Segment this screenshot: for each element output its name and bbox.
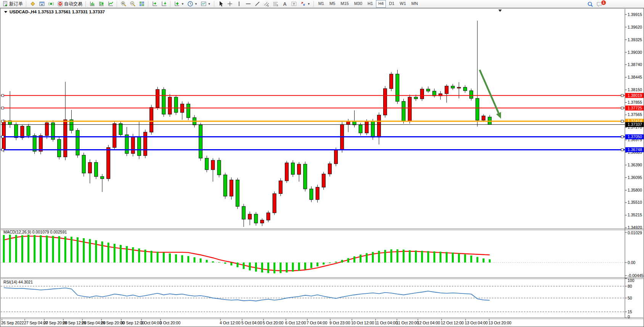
candle[interactable] — [88, 163, 92, 173]
templates-button[interactable]: ▼ — [199, 0, 212, 8]
candle[interactable] — [377, 115, 381, 137]
navigator-button[interactable] — [47, 0, 56, 8]
candle[interactable] — [211, 160, 215, 170]
candle[interactable] — [285, 163, 288, 181]
hline-support-1[interactable] — [1, 136, 625, 138]
candle[interactable] — [426, 89, 430, 91]
candle[interactable] — [267, 213, 270, 220]
candle[interactable] — [469, 91, 473, 98]
candle[interactable] — [131, 136, 135, 153]
candle[interactable] — [199, 125, 202, 158]
candle[interactable] — [82, 155, 85, 173]
equidistant-channel-button[interactable]: E — [262, 0, 271, 8]
candle[interactable] — [150, 107, 153, 132]
chart-area[interactable]: 1.399151.396201.393251.390301.387401.384… — [0, 8, 644, 327]
line-handle[interactable] — [2, 136, 4, 138]
zoom-in-button[interactable] — [119, 0, 128, 8]
candle[interactable] — [347, 121, 350, 124]
periods-button[interactable]: ▼ — [186, 0, 199, 8]
chart-window[interactable]: 1.399151.396201.393251.390301.387401.384… — [0, 8, 644, 327]
candle[interactable] — [94, 163, 98, 177]
candle[interactable] — [463, 87, 467, 91]
candle[interactable] — [260, 220, 264, 223]
line-handle[interactable] — [2, 107, 4, 109]
macd-panel[interactable]: MACD(12,26,9) 0.001079 0.0025910.010290.… — [1, 230, 644, 278]
candle[interactable] — [334, 150, 338, 164]
candle[interactable] — [273, 193, 276, 213]
candle[interactable] — [143, 132, 147, 156]
rsi-panel[interactable]: 1008050150RSI(14) 44.3021 — [1, 278, 634, 319]
candle[interactable] — [217, 160, 221, 175]
candle[interactable] — [408, 97, 411, 121]
candle[interactable] — [248, 214, 252, 219]
crosshair-button[interactable] — [225, 0, 234, 8]
candle[interactable] — [316, 187, 319, 200]
candle[interactable] — [162, 89, 165, 114]
candle[interactable] — [107, 148, 110, 179]
candle[interactable] — [322, 174, 325, 187]
fibonacci-button[interactable]: F — [271, 0, 280, 8]
candle[interactable] — [384, 89, 387, 115]
candle[interactable] — [402, 101, 405, 121]
candle[interactable] — [396, 74, 399, 101]
timeframe-w1-button[interactable]: W1 — [397, 0, 408, 8]
candle[interactable] — [242, 206, 246, 219]
candle[interactable] — [353, 121, 356, 125]
hline-pivot-orange[interactable] — [1, 120, 625, 122]
candle[interactable] — [125, 135, 128, 153]
hline-resistance-1[interactable] — [1, 94, 625, 97]
zoom-out-button[interactable] — [128, 0, 137, 8]
chart-shift-marker[interactable] — [498, 10, 502, 12]
candle[interactable] — [21, 126, 24, 138]
line-handle[interactable] — [621, 148, 623, 151]
candle[interactable] — [156, 89, 159, 107]
new-order-button[interactable]: 新订单 — [1, 0, 24, 8]
line-handle[interactable] — [621, 136, 623, 138]
text-label-button[interactable]: T — [289, 0, 299, 8]
candle[interactable] — [304, 164, 307, 189]
candle[interactable] — [390, 74, 393, 89]
candle[interactable] — [14, 124, 18, 138]
market-watch-button[interactable] — [28, 0, 37, 8]
candle[interactable] — [27, 126, 30, 136]
chevron-down-icon[interactable]: ▼ — [307, 2, 310, 6]
candle[interactable] — [291, 163, 295, 174]
candle[interactable] — [457, 87, 461, 88]
arrows-button[interactable]: ▼ — [299, 0, 312, 8]
candle[interactable] — [482, 116, 485, 120]
candle[interactable] — [137, 136, 141, 155]
line-handle[interactable] — [2, 120, 4, 122]
timeframe-mn-button[interactable]: MN — [409, 0, 420, 8]
candle[interactable] — [230, 180, 233, 197]
candle[interactable] — [33, 135, 36, 151]
search-button[interactable] — [586, 0, 595, 8]
hline-resistance-2[interactable] — [1, 107, 625, 109]
chat-button[interactable]: 1 — [595, 0, 610, 8]
chevron-down-icon[interactable]: ▼ — [181, 2, 184, 6]
timeframe-m15-button[interactable]: M15 — [338, 0, 351, 8]
cursor-button[interactable] — [216, 0, 225, 8]
timeframe-d1-button[interactable]: D1 — [387, 0, 397, 8]
line-handle[interactable] — [2, 94, 4, 97]
candle[interactable] — [2, 121, 6, 150]
chart-bars-button[interactable] — [88, 0, 97, 8]
data-window-button[interactable] — [37, 0, 47, 8]
auto-scroll-button[interactable] — [150, 0, 159, 8]
chevron-down-icon[interactable]: ▼ — [208, 2, 211, 6]
sell-signal-arrow[interactable] — [480, 70, 501, 119]
tile-windows-button[interactable] — [137, 0, 146, 8]
timeframe-m30-button[interactable]: M30 — [352, 0, 365, 8]
candle[interactable] — [119, 124, 122, 135]
chevron-down-icon[interactable]: ▼ — [194, 2, 198, 6]
candle[interactable] — [101, 177, 104, 179]
candle[interactable] — [445, 86, 448, 93]
vertical-line-button[interactable] — [234, 0, 244, 8]
line-handle[interactable] — [621, 107, 623, 109]
candle[interactable] — [371, 121, 374, 137]
candle[interactable] — [365, 121, 368, 133]
candle[interactable] — [310, 189, 313, 200]
line-handle[interactable] — [621, 120, 623, 122]
hline-support-2[interactable] — [1, 148, 625, 151]
candle[interactable] — [64, 120, 67, 157]
line-handle[interactable] — [2, 148, 4, 151]
